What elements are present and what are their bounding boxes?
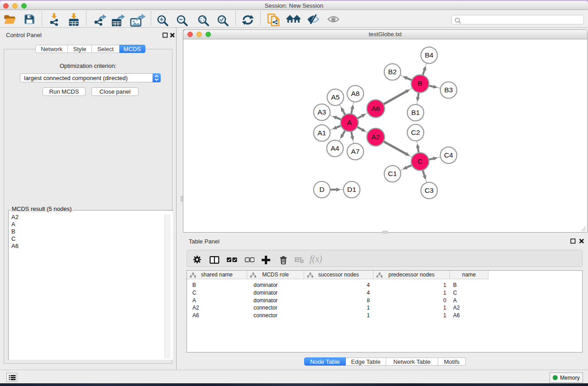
svg-text:C: C	[417, 157, 422, 165]
svg-text:A1: A1	[318, 129, 326, 137]
svg-text:C4: C4	[444, 151, 453, 159]
svg-text:A8: A8	[351, 90, 360, 97]
svg-text:A6: A6	[372, 105, 380, 112]
svg-text:A: A	[347, 119, 352, 126]
svg-text:C2: C2	[411, 129, 420, 136]
svg-text:C3: C3	[425, 186, 434, 194]
svg-text:A4: A4	[331, 144, 339, 152]
svg-text:D: D	[319, 186, 324, 193]
svg-text:A3: A3	[318, 108, 326, 116]
svg-text:B2: B2	[388, 68, 397, 76]
svg-text:B: B	[418, 80, 422, 87]
svg-text:C1: C1	[388, 170, 397, 177]
svg-text:A2: A2	[372, 133, 380, 141]
svg-text:B3: B3	[445, 86, 453, 94]
svg-text:A5: A5	[331, 93, 340, 101]
svg-text:B4: B4	[425, 51, 434, 59]
svg-text:B1: B1	[411, 109, 420, 116]
svg-text:A7: A7	[351, 148, 360, 155]
svg-text:D1: D1	[347, 186, 356, 193]
